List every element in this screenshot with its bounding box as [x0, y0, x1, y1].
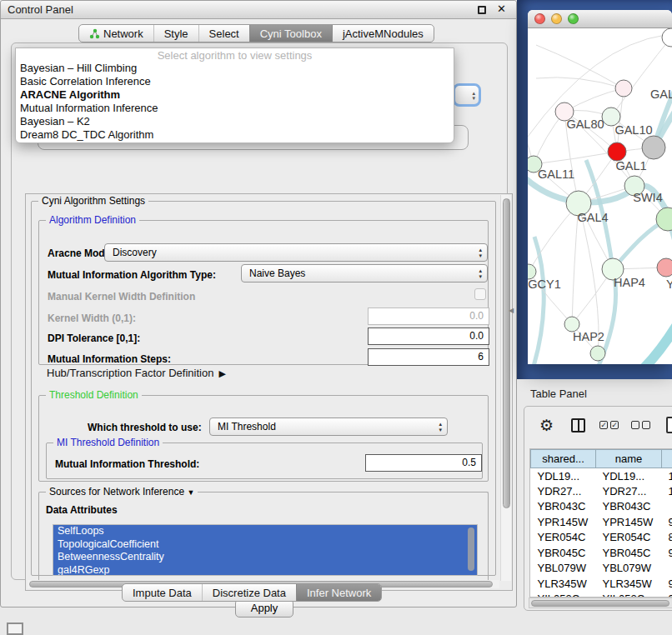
algorithm-option[interactable]: Bayesian – Hill Climbing: [16, 62, 454, 75]
network-node-pink-top[interactable]: [615, 80, 632, 97]
table-row[interactable]: YPR145WYPR145W9.: [531, 514, 672, 530]
table-row[interactable]: YIL052CYIL052C9: [531, 592, 672, 598]
table-row[interactable]: YBL079WYBL079W: [531, 561, 672, 577]
tab-select[interactable]: Select: [198, 25, 249, 42]
settings-vertical-scrollbar[interactable]: [500, 195, 511, 581]
table-row[interactable]: YBR045CYBR045C9.: [531, 545, 672, 561]
control-panel-title: Control Panel: [8, 3, 73, 16]
kernel-width-label: Kernel Width (0,1):: [48, 312, 136, 324]
close-panel-icon[interactable]: ✕: [497, 2, 506, 15]
scrollbar-thumb[interactable]: [531, 600, 669, 607]
zoom-window-icon[interactable]: [568, 13, 579, 24]
manual-kernel-checkbox[interactable]: [474, 288, 486, 300]
table-cell: YIL052C: [531, 592, 596, 598]
which-threshold-combo[interactable]: MI Threshold ▴▾: [209, 418, 448, 436]
table-cell: YLR345W: [531, 576, 596, 592]
network-node-white-top-right[interactable]: [662, 28, 672, 47]
table-row[interactable]: YLR345WYLR345W9.: [531, 576, 672, 592]
table-toolbar: ⚙ ✓✓: [524, 413, 672, 442]
hub-definition-label: Hub/Transcription Factor Definition: [47, 367, 213, 379]
network-node-label: GAL4: [577, 211, 608, 224]
network-graph: GAL80GAL10GAL1GAL11SWI4GAL4GCY1HAP4HAP2G…: [528, 28, 672, 364]
tab-impute-data[interactable]: Impute Data: [123, 584, 202, 601]
minimized-panel-icon[interactable]: [7, 622, 23, 635]
mi-threshold-field[interactable]: 0.5: [365, 454, 482, 472]
hub-definition-toggle[interactable]: Hub/Transcription Factor Definition▶: [47, 367, 226, 379]
scrollbar-thumb[interactable]: [503, 198, 510, 508]
algorithm-option[interactable]: Bayesian – K2: [16, 115, 454, 128]
combo-arrows-icon: ▴▾: [479, 268, 482, 279]
tab-label: Network: [103, 28, 143, 40]
gear-icon[interactable]: ⚙: [539, 416, 554, 435]
algorithm-dropdown-list: Bayesian – Hill ClimbingBasic Correlatio…: [16, 62, 454, 142]
control-panel-tabs: NetworkStyleSelectCyni ToolboxjActiveMNo…: [78, 24, 434, 42]
network-node-green-right[interactable]: [656, 208, 672, 231]
network-node-GAL1[interactable]: [608, 142, 626, 161]
tab-cyni-toolbox[interactable]: Cyni Toolbox: [249, 25, 332, 42]
network-node-label: GAL80: [566, 118, 604, 131]
network-edge: [640, 315, 672, 364]
algorithm-option[interactable]: Dream8 DC_TDC Algorithm: [16, 128, 454, 142]
algorithm-option[interactable]: Basic Correlation Inference: [16, 75, 454, 88]
mi-steps-field[interactable]: 6: [368, 348, 489, 366]
network-node-label: GAL10: [614, 123, 652, 137]
app-root: Control Panel ✕ NetworkStyleSelectCyni T…: [0, 0, 672, 635]
split-columns-icon[interactable]: [571, 418, 585, 432]
manual-kernel-label: Manual Kernel Width Definition: [48, 291, 195, 302]
expanded-triangle-icon: ▼: [187, 488, 194, 497]
table-column-header[interactable]: [662, 450, 672, 468]
kernel-width-field[interactable]: 0.0: [368, 308, 489, 325]
sources-legend[interactable]: Sources for Network Inference ▼: [46, 487, 198, 498]
table-column-header[interactable]: shared...: [531, 450, 596, 468]
sources-legend-label: Sources for Network Inference: [49, 486, 184, 498]
table-cell: [662, 561, 672, 577]
network-node-salmon-right[interactable]: [657, 258, 672, 277]
new-table-icon[interactable]: [666, 417, 672, 433]
unselect-all-columns-icon[interactable]: [631, 421, 650, 429]
network-canvas[interactable]: GAL80GAL10GAL1GAL11SWI4GAL4GCY1HAP4HAP2G…: [528, 28, 672, 364]
network-node-label: GCY1: [528, 278, 561, 291]
table-cell: YBR043C: [531, 499, 596, 515]
focused-combo-fragment[interactable]: ▴▾: [453, 83, 481, 107]
tab-jactivemnodules[interactable]: jActiveMNodules: [332, 25, 434, 42]
table-cell: YDL19...: [531, 468, 596, 484]
network-node-green-bottom[interactable]: [590, 346, 605, 361]
data-attribute-item[interactable]: gal4RGexp: [53, 564, 477, 577]
data-attributes-list[interactable]: SelfLoopsTopologicalCoefficientBetweenne…: [53, 524, 478, 576]
network-edge: [534, 152, 617, 164]
table-row[interactable]: YDR27...YDR27...12: [531, 483, 672, 499]
minimize-window-icon[interactable]: [551, 13, 562, 24]
mi-algorithm-type-combo[interactable]: Naive Bayes ▴▾: [241, 264, 488, 282]
settings-scroll-region: Cyni Algorithm Settings Algorithm Defini…: [25, 193, 513, 591]
tab-discretize-data[interactable]: Discretize Data: [202, 584, 296, 601]
panel-splitter-handle[interactable]: ◀: [509, 307, 514, 314]
table-cell: YLR345W: [596, 576, 662, 592]
tab-network[interactable]: Network: [79, 25, 153, 42]
aracne-mode-combo[interactable]: Discovery ▴▾: [104, 243, 488, 262]
float-panel-icon[interactable]: [478, 6, 486, 14]
network-node-gray-node[interactable]: [642, 136, 665, 159]
select-all-columns-icon[interactable]: ✓✓: [599, 421, 619, 429]
table-cell: YIL052C: [596, 592, 662, 598]
mi-threshold-definition-group: MI Threshold Definition Mutual Informati…: [46, 442, 483, 479]
tab-infer-network[interactable]: Infer Network: [296, 584, 381, 601]
tab-style[interactable]: Style: [153, 25, 198, 42]
data-attribute-item[interactable]: TopologicalCoefficient: [53, 538, 477, 552]
cyni-algorithm-settings-group: Cyni Algorithm Settings Algorithm Defini…: [31, 201, 496, 576]
table-row[interactable]: YER054CYER054C8.: [531, 530, 672, 546]
threshold-definition-group: Threshold Definition Which threshold to …: [38, 395, 489, 482]
apply-button[interactable]: Apply: [235, 599, 293, 618]
table-cell: YBR045C: [596, 545, 662, 561]
data-attribute-item[interactable]: SelfLoops: [53, 525, 477, 538]
table-row[interactable]: YDL19...YDL19...13: [531, 468, 672, 484]
table-row[interactable]: YBR043CYBR043C: [531, 499, 672, 515]
combo-arrows-icon: ▴▾: [479, 247, 482, 258]
table-horizontal-scrollbar[interactable]: [529, 598, 672, 608]
list-scrollbar-thumb[interactable]: [468, 528, 474, 571]
algorithm-option[interactable]: Mutual Information Inference: [16, 102, 454, 115]
dpi-tolerance-field[interactable]: 0.0: [368, 328, 489, 345]
data-attribute-item[interactable]: BetweennessCentrality: [53, 551, 477, 564]
close-window-icon[interactable]: [534, 13, 545, 24]
algorithm-option[interactable]: ARACNE Algorithm: [16, 88, 454, 102]
table-column-header[interactable]: name: [596, 450, 662, 468]
